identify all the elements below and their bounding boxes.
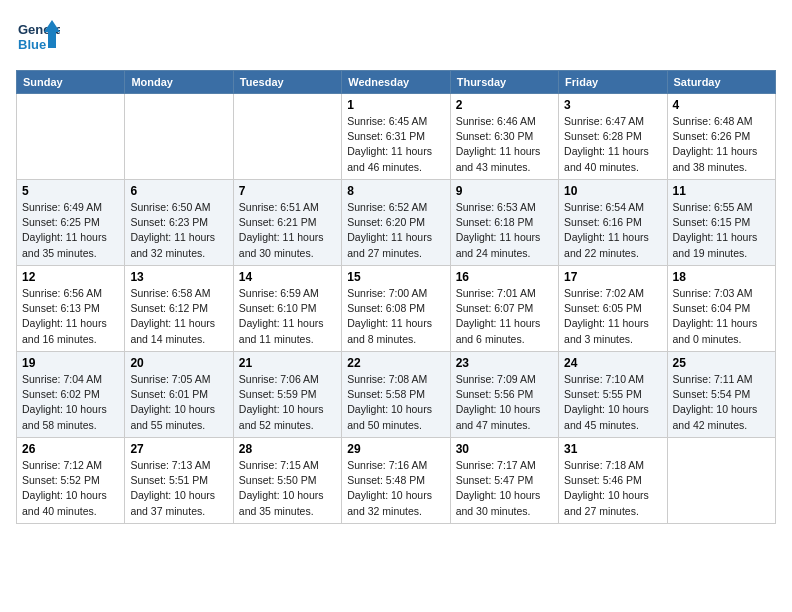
day-number: 13 xyxy=(130,270,227,284)
day-info: Sunrise: 7:18 AM Sunset: 5:46 PM Dayligh… xyxy=(564,458,661,519)
calendar-cell: 13Sunrise: 6:58 AM Sunset: 6:12 PM Dayli… xyxy=(125,266,233,352)
day-info: Sunrise: 7:17 AM Sunset: 5:47 PM Dayligh… xyxy=(456,458,553,519)
day-info: Sunrise: 6:46 AM Sunset: 6:30 PM Dayligh… xyxy=(456,114,553,175)
day-info: Sunrise: 6:48 AM Sunset: 6:26 PM Dayligh… xyxy=(673,114,770,175)
day-number: 31 xyxy=(564,442,661,456)
day-number: 15 xyxy=(347,270,444,284)
calendar-cell: 4Sunrise: 6:48 AM Sunset: 6:26 PM Daylig… xyxy=(667,94,775,180)
calendar-cell: 31Sunrise: 7:18 AM Sunset: 5:46 PM Dayli… xyxy=(559,438,667,524)
day-info: Sunrise: 7:05 AM Sunset: 6:01 PM Dayligh… xyxy=(130,372,227,433)
weekday-header-monday: Monday xyxy=(125,71,233,94)
calendar-cell: 5Sunrise: 6:49 AM Sunset: 6:25 PM Daylig… xyxy=(17,180,125,266)
day-number: 28 xyxy=(239,442,336,456)
day-number: 24 xyxy=(564,356,661,370)
day-info: Sunrise: 7:00 AM Sunset: 6:08 PM Dayligh… xyxy=(347,286,444,347)
calendar-cell: 19Sunrise: 7:04 AM Sunset: 6:02 PM Dayli… xyxy=(17,352,125,438)
day-info: Sunrise: 6:49 AM Sunset: 6:25 PM Dayligh… xyxy=(22,200,119,261)
day-number: 2 xyxy=(456,98,553,112)
day-info: Sunrise: 7:12 AM Sunset: 5:52 PM Dayligh… xyxy=(22,458,119,519)
day-info: Sunrise: 6:45 AM Sunset: 6:31 PM Dayligh… xyxy=(347,114,444,175)
day-info: Sunrise: 7:08 AM Sunset: 5:58 PM Dayligh… xyxy=(347,372,444,433)
day-number: 21 xyxy=(239,356,336,370)
calendar-cell: 6Sunrise: 6:50 AM Sunset: 6:23 PM Daylig… xyxy=(125,180,233,266)
day-info: Sunrise: 7:04 AM Sunset: 6:02 PM Dayligh… xyxy=(22,372,119,433)
day-info: Sunrise: 7:01 AM Sunset: 6:07 PM Dayligh… xyxy=(456,286,553,347)
day-info: Sunrise: 6:50 AM Sunset: 6:23 PM Dayligh… xyxy=(130,200,227,261)
calendar-cell: 28Sunrise: 7:15 AM Sunset: 5:50 PM Dayli… xyxy=(233,438,341,524)
day-info: Sunrise: 6:58 AM Sunset: 6:12 PM Dayligh… xyxy=(130,286,227,347)
day-info: Sunrise: 7:16 AM Sunset: 5:48 PM Dayligh… xyxy=(347,458,444,519)
day-number: 8 xyxy=(347,184,444,198)
day-number: 25 xyxy=(673,356,770,370)
calendar-cell: 30Sunrise: 7:17 AM Sunset: 5:47 PM Dayli… xyxy=(450,438,558,524)
calendar-cell: 10Sunrise: 6:54 AM Sunset: 6:16 PM Dayli… xyxy=(559,180,667,266)
day-info: Sunrise: 6:47 AM Sunset: 6:28 PM Dayligh… xyxy=(564,114,661,175)
day-info: Sunrise: 6:59 AM Sunset: 6:10 PM Dayligh… xyxy=(239,286,336,347)
calendar-cell: 22Sunrise: 7:08 AM Sunset: 5:58 PM Dayli… xyxy=(342,352,450,438)
day-info: Sunrise: 7:06 AM Sunset: 5:59 PM Dayligh… xyxy=(239,372,336,433)
calendar-week-row: 12Sunrise: 6:56 AM Sunset: 6:13 PM Dayli… xyxy=(17,266,776,352)
day-number: 6 xyxy=(130,184,227,198)
logo: General Blue xyxy=(16,16,60,60)
calendar-cell: 25Sunrise: 7:11 AM Sunset: 5:54 PM Dayli… xyxy=(667,352,775,438)
day-number: 20 xyxy=(130,356,227,370)
day-info: Sunrise: 6:53 AM Sunset: 6:18 PM Dayligh… xyxy=(456,200,553,261)
calendar-table: SundayMondayTuesdayWednesdayThursdayFrid… xyxy=(16,70,776,524)
calendar-cell: 29Sunrise: 7:16 AM Sunset: 5:48 PM Dayli… xyxy=(342,438,450,524)
calendar-cell: 18Sunrise: 7:03 AM Sunset: 6:04 PM Dayli… xyxy=(667,266,775,352)
svg-text:Blue: Blue xyxy=(18,37,46,52)
weekday-header-wednesday: Wednesday xyxy=(342,71,450,94)
day-number: 3 xyxy=(564,98,661,112)
calendar-cell: 21Sunrise: 7:06 AM Sunset: 5:59 PM Dayli… xyxy=(233,352,341,438)
calendar-cell: 24Sunrise: 7:10 AM Sunset: 5:55 PM Dayli… xyxy=(559,352,667,438)
calendar-cell: 1Sunrise: 6:45 AM Sunset: 6:31 PM Daylig… xyxy=(342,94,450,180)
weekday-header-friday: Friday xyxy=(559,71,667,94)
calendar-cell: 23Sunrise: 7:09 AM Sunset: 5:56 PM Dayli… xyxy=(450,352,558,438)
day-info: Sunrise: 6:52 AM Sunset: 6:20 PM Dayligh… xyxy=(347,200,444,261)
calendar-week-row: 26Sunrise: 7:12 AM Sunset: 5:52 PM Dayli… xyxy=(17,438,776,524)
calendar-cell: 26Sunrise: 7:12 AM Sunset: 5:52 PM Dayli… xyxy=(17,438,125,524)
weekday-header-tuesday: Tuesday xyxy=(233,71,341,94)
day-info: Sunrise: 7:13 AM Sunset: 5:51 PM Dayligh… xyxy=(130,458,227,519)
weekday-header-sunday: Sunday xyxy=(17,71,125,94)
day-number: 22 xyxy=(347,356,444,370)
calendar-cell xyxy=(667,438,775,524)
day-info: Sunrise: 6:51 AM Sunset: 6:21 PM Dayligh… xyxy=(239,200,336,261)
day-info: Sunrise: 7:09 AM Sunset: 5:56 PM Dayligh… xyxy=(456,372,553,433)
day-info: Sunrise: 6:56 AM Sunset: 6:13 PM Dayligh… xyxy=(22,286,119,347)
day-info: Sunrise: 7:03 AM Sunset: 6:04 PM Dayligh… xyxy=(673,286,770,347)
calendar-cell xyxy=(233,94,341,180)
calendar-cell xyxy=(17,94,125,180)
day-info: Sunrise: 7:10 AM Sunset: 5:55 PM Dayligh… xyxy=(564,372,661,433)
calendar-cell: 3Sunrise: 6:47 AM Sunset: 6:28 PM Daylig… xyxy=(559,94,667,180)
day-number: 12 xyxy=(22,270,119,284)
calendar-week-row: 5Sunrise: 6:49 AM Sunset: 6:25 PM Daylig… xyxy=(17,180,776,266)
day-number: 10 xyxy=(564,184,661,198)
day-info: Sunrise: 6:55 AM Sunset: 6:15 PM Dayligh… xyxy=(673,200,770,261)
day-info: Sunrise: 6:54 AM Sunset: 6:16 PM Dayligh… xyxy=(564,200,661,261)
calendar-cell: 17Sunrise: 7:02 AM Sunset: 6:05 PM Dayli… xyxy=(559,266,667,352)
calendar-cell: 14Sunrise: 6:59 AM Sunset: 6:10 PM Dayli… xyxy=(233,266,341,352)
day-number: 7 xyxy=(239,184,336,198)
day-info: Sunrise: 7:02 AM Sunset: 6:05 PM Dayligh… xyxy=(564,286,661,347)
day-number: 30 xyxy=(456,442,553,456)
calendar-cell: 16Sunrise: 7:01 AM Sunset: 6:07 PM Dayli… xyxy=(450,266,558,352)
day-number: 23 xyxy=(456,356,553,370)
day-number: 29 xyxy=(347,442,444,456)
day-number: 27 xyxy=(130,442,227,456)
calendar-cell: 7Sunrise: 6:51 AM Sunset: 6:21 PM Daylig… xyxy=(233,180,341,266)
day-info: Sunrise: 7:11 AM Sunset: 5:54 PM Dayligh… xyxy=(673,372,770,433)
day-number: 26 xyxy=(22,442,119,456)
day-number: 9 xyxy=(456,184,553,198)
weekday-header-row: SundayMondayTuesdayWednesdayThursdayFrid… xyxy=(17,71,776,94)
day-number: 1 xyxy=(347,98,444,112)
day-number: 14 xyxy=(239,270,336,284)
calendar-cell: 8Sunrise: 6:52 AM Sunset: 6:20 PM Daylig… xyxy=(342,180,450,266)
calendar-week-row: 1Sunrise: 6:45 AM Sunset: 6:31 PM Daylig… xyxy=(17,94,776,180)
day-info: Sunrise: 7:15 AM Sunset: 5:50 PM Dayligh… xyxy=(239,458,336,519)
calendar-week-row: 19Sunrise: 7:04 AM Sunset: 6:02 PM Dayli… xyxy=(17,352,776,438)
calendar-cell: 27Sunrise: 7:13 AM Sunset: 5:51 PM Dayli… xyxy=(125,438,233,524)
day-number: 18 xyxy=(673,270,770,284)
calendar-cell: 20Sunrise: 7:05 AM Sunset: 6:01 PM Dayli… xyxy=(125,352,233,438)
calendar-cell: 12Sunrise: 6:56 AM Sunset: 6:13 PM Dayli… xyxy=(17,266,125,352)
